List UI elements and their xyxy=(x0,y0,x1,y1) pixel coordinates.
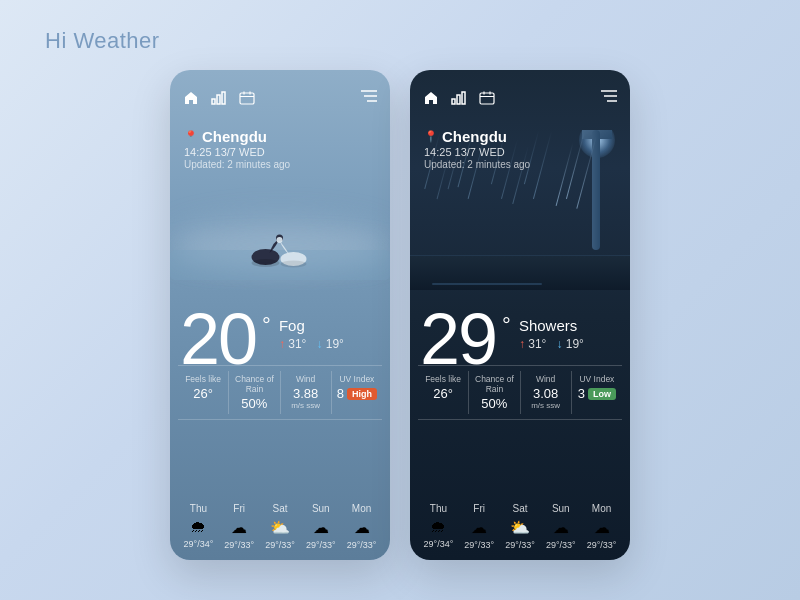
card2-calendar-icon[interactable] xyxy=(478,89,496,107)
card2-temp-range: ↑ 31° ↓ 19° xyxy=(519,337,584,351)
card2-header xyxy=(410,70,630,125)
card2-location-name: 📍 Chengdu xyxy=(424,128,530,145)
svg-point-14 xyxy=(277,237,283,243)
card2-time: 14:25 13/7 WED xyxy=(424,146,530,158)
card2-wind: Wind 3.08 m/s ssw xyxy=(521,371,572,414)
pin-icon: 📍 xyxy=(184,130,198,143)
svg-rect-0 xyxy=(212,99,215,104)
svg-rect-18 xyxy=(462,92,465,104)
card1-uv: UV Index 8 High xyxy=(332,371,382,414)
card1-wind: Wind 3.88 m/s ssw xyxy=(281,371,332,414)
card1-updated: Updated: 2 minutes ago xyxy=(184,159,290,170)
card2-rain-chance: Chance of Rain 50% xyxy=(469,371,520,414)
card2-forecast-day-5: Mon ☁ 29°/33° xyxy=(581,503,622,550)
weather-card-light: 📍 Chengdu 14:25 13/7 WED Updated: 2 minu… xyxy=(170,70,390,560)
card2-forecast-row: Thu 🌧 29°/34° Fri ☁ 29°/33° Sat ⛅ 29°/33… xyxy=(418,503,622,550)
settings-icon[interactable] xyxy=(360,89,378,107)
weather-card-dark: 📍 Chengdu 14:25 13/7 WED Updated: 2 minu… xyxy=(410,70,630,560)
card2-feels-like: Feels like 26° xyxy=(418,371,469,414)
svg-rect-16 xyxy=(452,99,455,104)
card1-high: 31° xyxy=(288,337,306,351)
card1-forecast-row: Thu 🌧 29°/34° Fri ☁ 29°/33° Sat ⛅ 29°/33… xyxy=(178,503,382,550)
card2-weather-type: Showers xyxy=(519,317,584,334)
card1-nav-icons xyxy=(182,89,256,107)
up-arrow: ↑ xyxy=(279,337,285,351)
forecast-day-5: Mon ☁ 29°/33° xyxy=(341,503,382,550)
svg-rect-2 xyxy=(222,92,225,104)
svg-rect-19 xyxy=(480,93,494,104)
card2-degree-symbol: ° xyxy=(502,313,511,339)
road xyxy=(410,255,630,290)
card1-header xyxy=(170,70,390,125)
card1-feels-like: Feels like 26° xyxy=(178,371,229,414)
svg-rect-3 xyxy=(240,93,254,104)
card2-chart-icon[interactable] xyxy=(450,89,468,107)
home-icon[interactable] xyxy=(182,89,200,107)
svg-rect-1 xyxy=(217,95,220,104)
forecast-day-1: Thu 🌧 29°/34° xyxy=(178,503,219,550)
card2-forecast-day-2: Fri ☁ 29°/33° xyxy=(459,503,500,550)
card2-up-arrow: ↑ xyxy=(519,337,525,351)
card2-home-icon[interactable] xyxy=(422,89,440,107)
card1-time: 14:25 13/7 WED xyxy=(184,146,290,158)
down-arrow: ↓ xyxy=(316,337,322,351)
swans-illustration xyxy=(248,225,313,270)
card1-temp-range: ↑ 31° ↓ 19° xyxy=(279,337,344,351)
card1-uv-badge: High xyxy=(347,388,377,400)
app-title: Hi Weather xyxy=(45,28,160,54)
card2-forecast-day-3: Sat ⛅ 29°/33° xyxy=(500,503,541,550)
forecast-day-2: Fri ☁ 29°/33° xyxy=(219,503,260,550)
card2-updated: Updated: 2 minutes ago xyxy=(424,159,530,170)
cards-container: 📍 Chengdu 14:25 13/7 WED Updated: 2 minu… xyxy=(170,70,630,560)
card1-location-name: 📍 Chengdu xyxy=(184,128,290,145)
card1-weather-type: Fog xyxy=(279,317,344,334)
card2-stats-row: Feels like 26° Chance of Rain 50% Wind 3… xyxy=(418,365,622,420)
card2-pin-icon: 📍 xyxy=(424,130,438,143)
calendar-icon[interactable] xyxy=(238,89,256,107)
card2-down-arrow: ↓ xyxy=(556,337,562,351)
card2-settings-icon[interactable] xyxy=(600,89,618,107)
chart-icon[interactable] xyxy=(210,89,228,107)
card1-low: 19° xyxy=(326,337,344,351)
card2-weather-desc: Showers ↑ 31° ↓ 19° xyxy=(519,303,584,351)
card2-forecast-day-1: Thu 🌧 29°/34° xyxy=(418,503,459,550)
card2-uv-badge: Low xyxy=(588,388,616,400)
card2-nav-icons xyxy=(422,89,496,107)
card2-low: 19° xyxy=(566,337,584,351)
card2-forecast-day-4: Sun ☁ 29°/33° xyxy=(540,503,581,550)
card1-degree-symbol: ° xyxy=(262,313,271,339)
card1-weather-desc: Fog ↑ 31° ↓ 19° xyxy=(279,303,344,351)
card2-location-info: 📍 Chengdu 14:25 13/7 WED Updated: 2 minu… xyxy=(424,128,530,170)
card2-uv: UV Index 3 Low xyxy=(572,371,622,414)
card1-stats-row: Feels like 26° Chance of Rain 50% Wind 3… xyxy=(178,365,382,420)
forecast-day-3: Sat ⛅ 29°/33° xyxy=(260,503,301,550)
forecast-day-4: Sun ☁ 29°/33° xyxy=(300,503,341,550)
card2-high: 31° xyxy=(528,337,546,351)
card1-location-info: 📍 Chengdu 14:25 13/7 WED Updated: 2 minu… xyxy=(184,128,290,170)
svg-point-12 xyxy=(252,259,280,267)
card1-rain-chance: Chance of Rain 50% xyxy=(229,371,280,414)
svg-rect-17 xyxy=(457,95,460,104)
svg-point-15 xyxy=(281,261,307,268)
